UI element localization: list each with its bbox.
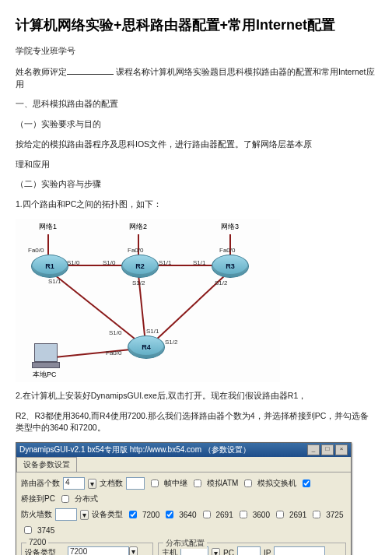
col-label-datanum: 文档数 [100, 478, 123, 489]
port-r4-s10: S1/0 [109, 329, 121, 336]
topology-diagram: 网络1 网络2 网络3 R1 R2 R3 R4 本地PC Fa0/0 S1/0 … [16, 219, 280, 382]
router-r1: R1 [31, 255, 68, 278]
maximize-button[interactable]: □ [321, 444, 334, 455]
dist-label: 分布式 [75, 494, 98, 504]
ip-lbl: IP [264, 549, 271, 556]
checkbox-3600[interactable] [240, 511, 247, 518]
port-r4-s11: S1/1 [146, 328, 159, 335]
port-r1-s10: S1/0 [67, 259, 79, 266]
router-count-arrow[interactable]: ▾ [88, 479, 96, 489]
cb2691b-label: 2691 [289, 511, 306, 519]
dynamips-window: DynamipsGUI-v2.1 bx54专用版 http://www.bx54… [16, 442, 352, 555]
port-r1-fa00: Fa0/0 [28, 247, 44, 254]
group-7200: 7200 设备类型 7200▾ IOS存放 C:\计算机网络\...浏览 idl… [21, 543, 153, 555]
step-2a: 2.在计算机上安装好DynamipsGUI.exe后,双击打开。现在我们假设路由… [16, 390, 376, 402]
line-name: 姓名教师评定 课程名称计算机网络实验题目思科模拟路由器的配置和常用Interne… [16, 65, 376, 91]
cb2691-label: 2691 [216, 511, 233, 519]
net3-label: 网络3 [221, 222, 239, 232]
fw-count-label: 防火墙数 [21, 509, 52, 520]
step-2b: R2、R3都使用3640,而R4使用7200.那么我们选择路由器个数为4，并选择… [16, 410, 376, 435]
page-title: 计算机网络实验+思科路由器配置+常用Internet配置 [16, 16, 376, 34]
cb3725-label: 3725 [326, 511, 343, 519]
group-7200-title: 7200 [26, 538, 48, 546]
router-r3: R3 [212, 255, 249, 278]
svg-line-5 [54, 275, 138, 342]
pc-base [32, 362, 60, 368]
section-1: 一、思科模拟路由器的配置 [16, 98, 376, 111]
checkbox-atm[interactable] [194, 479, 201, 487]
checkbox-bridge-pc[interactable] [303, 479, 310, 487]
checkbox-2691[interactable] [203, 511, 211, 518]
router-r2: R2 [121, 255, 159, 278]
devtype-arrow[interactable]: ▾ [129, 546, 138, 555]
cb7200-label: 7200 [142, 511, 159, 519]
ip-input[interactable] [274, 546, 325, 555]
device-type-label: 设备类型 [92, 509, 123, 520]
tab-device-params[interactable]: 设备参数设置 [16, 457, 77, 472]
para-principle: 理和应用 [16, 159, 376, 171]
pc-input[interactable] [237, 546, 261, 555]
checkbox-2691b[interactable] [276, 511, 284, 518]
port-r3-s12: S1/2 [215, 279, 227, 286]
doc-count-input[interactable] [126, 477, 145, 490]
line-institution: 学院专业班学号 [16, 45, 376, 58]
para-requirement: 按给定的模拟路由器程序及思科IOS文件，进行路由器配置。了解网络层基本原 [16, 139, 376, 151]
titlebar: DynamipsGUI-v2.1 bx54专用版 http://www.bx54… [16, 443, 351, 457]
step-1: 1.四个路由和PC之间的拓扑图，如下： [16, 198, 376, 211]
minimize-button[interactable]: _ [307, 444, 320, 455]
port-r3-fa00: Fa0/0 [219, 247, 235, 254]
router-count-label: 路由器个数 [21, 478, 60, 489]
checkbox-7200[interactable] [129, 511, 137, 518]
checkbox-3725[interactable] [313, 511, 320, 518]
cb3600-label: 3600 [253, 511, 270, 519]
name-label: 姓名教师评定 [16, 67, 67, 76]
cb3745-label: 3745 [37, 526, 54, 535]
subsection-1-1: （一）实验要求与目的 [16, 118, 376, 131]
window-title: DynamipsGUI-v2.1 bx54专用版 http://www.bx54… [19, 444, 250, 455]
subsection-1-2: （二）实验内容与步骤 [16, 178, 376, 191]
checkbox-frelay[interactable] [151, 479, 159, 487]
group-dist-title: 分布式配置 [163, 538, 207, 549]
fw-count-arrow[interactable]: ▾ [80, 510, 89, 520]
switch-label: 模拟交换机 [257, 478, 296, 489]
port-r2-s10: S1/0 [103, 259, 115, 266]
bridge-label: 桥接到PC [21, 494, 55, 504]
group-dist: 分布式配置 主机 ▾ PC IP 确定 Router1 Router2 Rout… [158, 543, 346, 555]
close-button[interactable]: × [335, 444, 348, 455]
checkbox-3640[interactable] [166, 511, 173, 518]
port-r4-fa00: Fa0/0 [106, 350, 121, 357]
port-r4-s12: S1/2 [165, 339, 177, 346]
atm-label: 模拟ATM [207, 478, 238, 489]
underline-field[interactable] [67, 65, 114, 75]
pc-lbl: PC [223, 549, 234, 556]
frelay-label: 帧中继 [164, 478, 187, 489]
checkbox-3745[interactable] [24, 526, 32, 534]
port-r2-s11: S1/1 [159, 259, 171, 266]
pc-label: 本地PC [33, 370, 57, 380]
router-count-input[interactable]: 4 [63, 477, 85, 490]
fw-count-input[interactable] [55, 508, 77, 521]
devtype-input[interactable]: 7200 [68, 546, 129, 555]
port-r2-fa00: Fa0/0 [128, 247, 143, 254]
cb3640-label: 3640 [179, 511, 196, 519]
net2-label: 网络2 [129, 222, 147, 232]
router-r4: R4 [128, 335, 165, 359]
checkbox-switch[interactable] [244, 479, 252, 487]
net1-label: 网络1 [39, 222, 57, 232]
pc-monitor [34, 343, 58, 362]
port-r1-s11: S1/1 [48, 278, 61, 285]
port-r2-s12: S1/2 [132, 279, 145, 286]
devtype-label: 设备类型 [25, 547, 65, 555]
host-arrow[interactable]: ▾ [212, 548, 220, 556]
checkbox-dist[interactable] [61, 495, 69, 503]
port-r3-s11: S1/1 [193, 259, 205, 266]
